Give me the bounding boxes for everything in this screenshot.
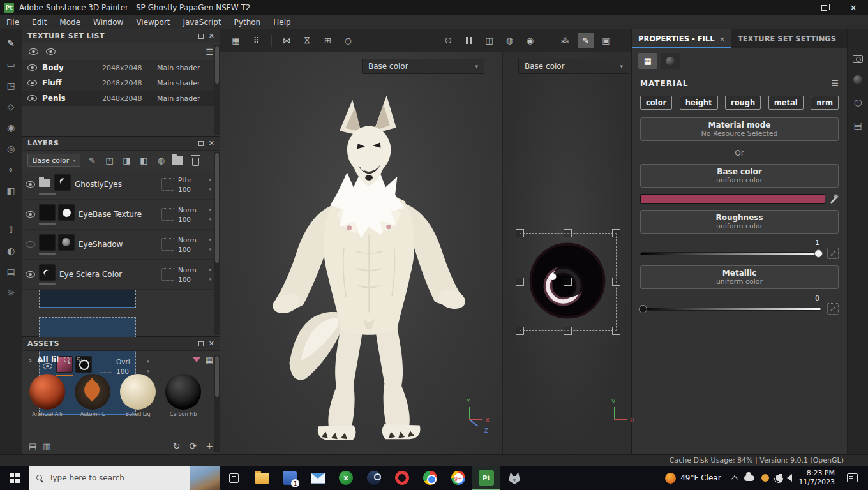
- taskbar-file-explorer[interactable]: [248, 466, 276, 490]
- roughness-button[interactable]: Roughness uniform color: [640, 210, 839, 234]
- menu-file[interactable]: File: [0, 15, 26, 29]
- projection-tool[interactable]: ◳: [3, 78, 19, 93]
- filter-funnel-icon[interactable]: [193, 357, 200, 362]
- channel-color-button[interactable]: color: [640, 96, 672, 110]
- show-material-icon[interactable]: [29, 48, 38, 55]
- transform-handle-br[interactable]: [612, 327, 620, 335]
- symmetry-off-icon[interactable]: ∅: [440, 33, 456, 48]
- transform-handle-bm[interactable]: [564, 327, 572, 335]
- add-smart-material-icon[interactable]: ◍: [155, 154, 167, 166]
- menu-viewport[interactable]: Viewport: [130, 15, 176, 29]
- layer-mask-slot[interactable]: [161, 238, 174, 251]
- list-view-icon[interactable]: ▤: [29, 442, 36, 451]
- scrollbar-thumb[interactable]: [215, 153, 219, 263]
- grid-view-icon[interactable]: ▦: [206, 355, 213, 365]
- quick-mask-tool[interactable]: ◧: [3, 183, 19, 198]
- shelf-tool[interactable]: ▤: [3, 264, 19, 279]
- taskbar-chrome-browser[interactable]: [416, 466, 444, 490]
- roughness-slider[interactable]: [640, 252, 821, 255]
- scrollbar[interactable]: [214, 355, 220, 452]
- add-view-icon[interactable]: ⊞: [320, 33, 336, 48]
- asset-item-carbon[interactable]: Carbon Fib: [163, 374, 203, 417]
- visibility-eye-icon[interactable]: [27, 80, 37, 86]
- security-icon[interactable]: [761, 474, 769, 482]
- import-assets-icon[interactable]: +: [206, 441, 213, 451]
- layer-mask-slot[interactable]: [161, 268, 174, 281]
- delete-layer-icon[interactable]: [190, 154, 201, 166]
- blend-mode-dropdown[interactable]: Norm▾: [178, 206, 211, 214]
- onedrive-icon[interactable]: [744, 475, 754, 481]
- taskbar-xbox-app[interactable]: x: [332, 466, 360, 490]
- paint-tool[interactable]: ✎: [3, 36, 19, 51]
- transform-handle-tm[interactable]: [564, 229, 572, 237]
- taskbar-google-app[interactable]: [444, 466, 472, 490]
- close-button[interactable]: ✕: [839, 0, 868, 15]
- taskbar-substance-painter[interactable]: Pt: [472, 466, 500, 490]
- uv-tiling-icon[interactable]: ⠿: [248, 33, 264, 48]
- opacity-dropdown[interactable]: 100▾: [178, 246, 211, 253]
- assets-scope-label[interactable]: All lil: [37, 355, 59, 364]
- transform-handle-c[interactable]: [564, 278, 572, 286]
- channel-rough-button[interactable]: rough: [725, 96, 761, 110]
- history-icon[interactable]: ◷: [340, 33, 356, 48]
- channel-metal-button[interactable]: metal: [768, 96, 804, 110]
- transform-handle-ml[interactable]: [516, 278, 524, 286]
- menu-help[interactable]: Help: [267, 15, 297, 29]
- color-picker-dropper-icon[interactable]: [830, 193, 839, 204]
- symmetry-grid-icon[interactable]: ▦: [228, 33, 244, 48]
- metallic-button[interactable]: Metallic uniform color: [640, 265, 839, 289]
- camera-icon[interactable]: [853, 55, 863, 63]
- layer-visibility-icon[interactable]: [26, 271, 35, 278]
- search-daily-image[interactable]: [190, 466, 220, 490]
- material-picker-tool[interactable]: ⌖: [3, 162, 19, 177]
- blend-mode-dropdown[interactable]: Norm▾: [178, 236, 211, 244]
- tab-texture-set-settings[interactable]: TEXTURE SET SETTINGS: [731, 29, 842, 48]
- metallic-slider-handle[interactable]: [639, 305, 647, 313]
- scrollbar-thumb[interactable]: [215, 46, 219, 84]
- display-settings-icon[interactable]: [853, 75, 862, 84]
- visibility-eye-icon[interactable]: [27, 95, 37, 101]
- viewer-settings-tool[interactable]: ☼: [3, 285, 19, 301]
- minimize-button[interactable]: [780, 0, 809, 15]
- mirror-horizontal-icon[interactable]: ⋈: [279, 33, 295, 48]
- base-color-swatch[interactable]: [640, 194, 825, 204]
- channel-3d-dropdown[interactable]: Base color▾: [362, 59, 484, 74]
- scrollbar[interactable]: [214, 152, 220, 335]
- undock-panel-icon[interactable]: [198, 141, 204, 146]
- mirror-vertical-icon[interactable]: ⋈: [299, 33, 315, 48]
- sync-assets-icon[interactable]: ⟳: [190, 441, 197, 451]
- clone-tool[interactable]: ◎: [3, 141, 19, 156]
- opacity-dropdown[interactable]: 100▾: [178, 276, 211, 283]
- fill-properties-icon[interactable]: ▦: [638, 53, 657, 69]
- layer-row-iris-color[interactable]: Iris ColorOvrl▾100▾: [39, 317, 136, 336]
- taskbar-mail-app[interactable]: [304, 466, 332, 490]
- layer-mask-slot[interactable]: [161, 208, 174, 221]
- tab-properties-fill[interactable]: PROPERTIES - FILL ✕: [632, 29, 731, 48]
- start-button[interactable]: [0, 466, 29, 490]
- camera-view-icon[interactable]: ◉: [522, 33, 538, 48]
- texture-set-row-fluff[interactable]: Fluff2048x2048Main shader: [22, 75, 214, 91]
- taskbar-steam-app[interactable]: [360, 466, 388, 490]
- channel-height-button[interactable]: height: [680, 96, 718, 110]
- smudge-tool[interactable]: ◉: [3, 120, 19, 135]
- texture-set-row-body[interactable]: Body2048x2048Main shader: [22, 60, 214, 75]
- volume-icon[interactable]: [787, 474, 792, 482]
- transform-handle-mr[interactable]: [612, 278, 620, 286]
- taskbar-notes-app[interactable]: 1: [276, 466, 304, 490]
- close-panel-icon[interactable]: ✕: [209, 32, 214, 40]
- asset-item-baked[interactable]: Baked Lig: [118, 374, 158, 417]
- transform-selection-rect[interactable]: [520, 233, 617, 331]
- layer-row-ghostlyeyes[interactable]: GhostlyEyesPthr▾100▾: [22, 170, 214, 200]
- add-paint-layer-icon[interactable]: ◨: [121, 154, 132, 166]
- add-anchor-icon[interactable]: ◳: [103, 154, 115, 166]
- texture-set-row-penis[interactable]: Penis2048x2048Main shader: [22, 91, 214, 106]
- export-tool[interactable]: ⇧: [3, 222, 19, 237]
- material-preview-icon[interactable]: ◍: [502, 33, 518, 48]
- channel-nrm-button[interactable]: nrm: [811, 96, 839, 110]
- add-group-icon[interactable]: [172, 154, 184, 166]
- transform-handle-tr[interactable]: [612, 229, 620, 237]
- restore-button[interactable]: [809, 0, 839, 15]
- layer-mask-slot[interactable]: [161, 178, 174, 191]
- transform-handle-bl[interactable]: [516, 327, 524, 335]
- task-view-button[interactable]: [220, 466, 248, 490]
